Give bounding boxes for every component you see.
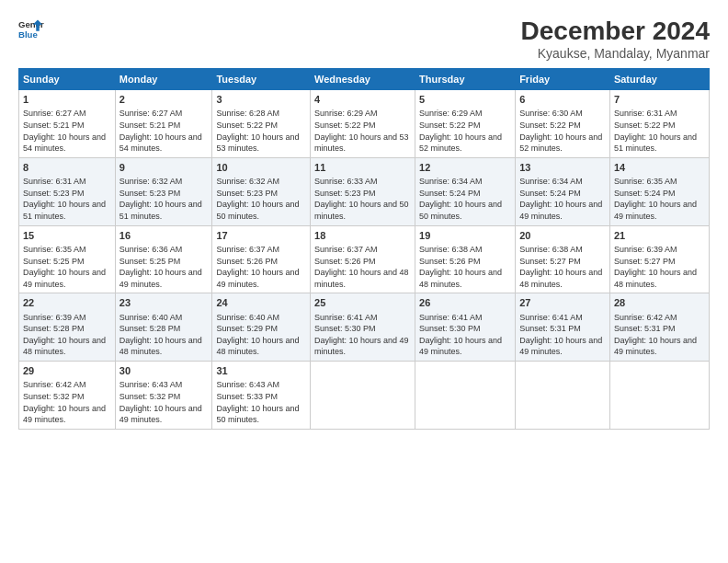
table-row: 8Sunrise: 6:31 AMSunset: 5:23 PMDaylight… <box>19 157 116 225</box>
table-row: 10Sunrise: 6:32 AMSunset: 5:23 PMDayligh… <box>212 157 311 225</box>
table-row: 18Sunrise: 6:37 AMSunset: 5:26 PMDayligh… <box>311 225 415 293</box>
empty-cell <box>516 362 610 430</box>
table-row: 22Sunrise: 6:39 AMSunset: 5:28 PMDayligh… <box>19 293 116 362</box>
logo-icon: General Blue <box>18 17 44 42</box>
calendar-table: Sunday Monday Tuesday Wednesday Thursday… <box>18 68 710 430</box>
table-row: 20Sunrise: 6:38 AMSunset: 5:27 PMDayligh… <box>516 225 610 293</box>
week-row: 29Sunrise: 6:42 AMSunset: 5:32 PMDayligh… <box>19 362 710 430</box>
header-row: Sunday Monday Tuesday Wednesday Thursday… <box>19 69 710 90</box>
table-row: 13Sunrise: 6:34 AMSunset: 5:24 PMDayligh… <box>516 157 610 225</box>
table-row: 19Sunrise: 6:38 AMSunset: 5:26 PMDayligh… <box>415 225 516 293</box>
table-row: 14Sunrise: 6:35 AMSunset: 5:24 PMDayligh… <box>609 157 709 225</box>
header: General Blue December 2024 Kyaukse, Mand… <box>18 17 710 61</box>
table-row: 7Sunrise: 6:31 AMSunset: 5:22 PMDaylight… <box>609 90 709 158</box>
table-row: 29Sunrise: 6:42 AMSunset: 5:32 PMDayligh… <box>19 362 116 430</box>
table-row: 11Sunrise: 6:33 AMSunset: 5:23 PMDayligh… <box>311 157 415 225</box>
table-row: 28Sunrise: 6:42 AMSunset: 5:31 PMDayligh… <box>609 293 709 362</box>
col-thursday: Thursday <box>415 69 516 90</box>
week-row: 1Sunrise: 6:27 AMSunset: 5:21 PMDaylight… <box>19 90 710 158</box>
table-row: 26Sunrise: 6:41 AMSunset: 5:30 PMDayligh… <box>415 293 516 362</box>
table-row: 3Sunrise: 6:28 AMSunset: 5:22 PMDaylight… <box>212 90 311 158</box>
table-row: 21Sunrise: 6:39 AMSunset: 5:27 PMDayligh… <box>609 225 709 293</box>
col-wednesday: Wednesday <box>311 69 415 90</box>
empty-cell <box>415 362 516 430</box>
title-area: December 2024 Kyaukse, Mandalay, Myanmar <box>521 17 710 61</box>
table-row: 5Sunrise: 6:29 AMSunset: 5:22 PMDaylight… <box>415 90 516 158</box>
table-row: 6Sunrise: 6:30 AMSunset: 5:22 PMDaylight… <box>516 90 610 158</box>
week-row: 8Sunrise: 6:31 AMSunset: 5:23 PMDaylight… <box>19 157 710 225</box>
table-row: 27Sunrise: 6:41 AMSunset: 5:31 PMDayligh… <box>516 293 610 362</box>
table-row: 17Sunrise: 6:37 AMSunset: 5:26 PMDayligh… <box>212 225 311 293</box>
col-sunday: Sunday <box>19 69 116 90</box>
table-row: 15Sunrise: 6:35 AMSunset: 5:25 PMDayligh… <box>19 225 116 293</box>
col-friday: Friday <box>516 69 610 90</box>
table-row: 4Sunrise: 6:29 AMSunset: 5:22 PMDaylight… <box>311 90 415 158</box>
empty-cell <box>609 362 709 430</box>
svg-text:Blue: Blue <box>18 29 38 40</box>
table-row: 9Sunrise: 6:32 AMSunset: 5:23 PMDaylight… <box>115 157 212 225</box>
week-row: 15Sunrise: 6:35 AMSunset: 5:25 PMDayligh… <box>19 225 710 293</box>
week-row: 22Sunrise: 6:39 AMSunset: 5:28 PMDayligh… <box>19 293 710 362</box>
main-title: December 2024 <box>521 17 710 46</box>
table-row: 30Sunrise: 6:43 AMSunset: 5:32 PMDayligh… <box>115 362 212 430</box>
table-row: 12Sunrise: 6:34 AMSunset: 5:24 PMDayligh… <box>415 157 516 225</box>
col-monday: Monday <box>115 69 212 90</box>
table-row: 2Sunrise: 6:27 AMSunset: 5:21 PMDaylight… <box>115 90 212 158</box>
logo: General Blue <box>18 17 44 42</box>
table-row: 31Sunrise: 6:43 AMSunset: 5:33 PMDayligh… <box>212 362 311 430</box>
subtitle: Kyaukse, Mandalay, Myanmar <box>521 46 710 61</box>
col-saturday: Saturday <box>609 69 709 90</box>
table-row: 23Sunrise: 6:40 AMSunset: 5:28 PMDayligh… <box>115 293 212 362</box>
empty-cell <box>311 362 415 430</box>
table-row: 24Sunrise: 6:40 AMSunset: 5:29 PMDayligh… <box>212 293 311 362</box>
col-tuesday: Tuesday <box>212 69 311 90</box>
table-row: 1Sunrise: 6:27 AMSunset: 5:21 PMDaylight… <box>19 90 116 158</box>
table-row: 16Sunrise: 6:36 AMSunset: 5:25 PMDayligh… <box>115 225 212 293</box>
table-row: 25Sunrise: 6:41 AMSunset: 5:30 PMDayligh… <box>311 293 415 362</box>
